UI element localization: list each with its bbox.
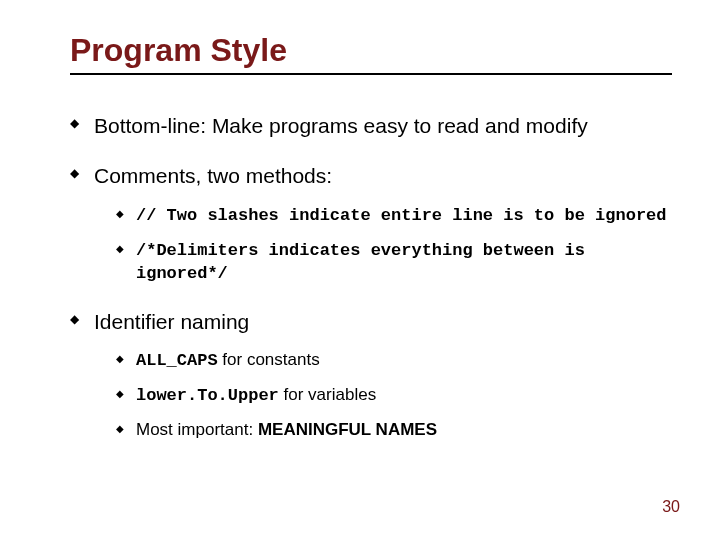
sub-list: // Two slashes indicate entire line is t… [116, 204, 672, 285]
list-item: // Two slashes indicate entire line is t… [116, 204, 672, 227]
list-item: Bottom-line: Make programs easy to read … [70, 113, 672, 139]
code-text: // Two slashes indicate entire line is t… [136, 206, 667, 225]
list-item: lower.To.Upper for variables [116, 384, 672, 407]
sub-list: ALL_CAPS for constants lower.To.Upper fo… [116, 349, 672, 441]
bold-text: MEANINGFUL NAMES [258, 420, 437, 439]
bullet-text: Bottom-line: Make programs easy to read … [94, 114, 588, 137]
bullet-text: Comments, two methods: [94, 164, 332, 187]
bullet-list: Bottom-line: Make programs easy to read … [70, 113, 672, 441]
bullet-text: for variables [279, 385, 376, 404]
code-text: lower.To.Upper [136, 386, 279, 405]
page-title: Program Style [70, 32, 672, 75]
list-item: ALL_CAPS for constants [116, 349, 672, 372]
list-item: Identifier naming ALL_CAPS for constants… [70, 309, 672, 442]
list-item: Most important: MEANINGFUL NAMES [116, 419, 672, 441]
bullet-text: Identifier naming [94, 310, 249, 333]
page-number: 30 [662, 498, 680, 516]
bullet-text: Most important: [136, 420, 258, 439]
code-text: ALL_CAPS [136, 351, 218, 370]
bullet-text: for constants [218, 350, 320, 369]
code-text: /*Delimiters indicates everything betwee… [136, 241, 585, 283]
list-item: Comments, two methods: // Two slashes in… [70, 163, 672, 285]
slide: Program Style Bottom-line: Make programs… [0, 0, 720, 540]
list-item: /*Delimiters indicates everything betwee… [116, 239, 672, 285]
